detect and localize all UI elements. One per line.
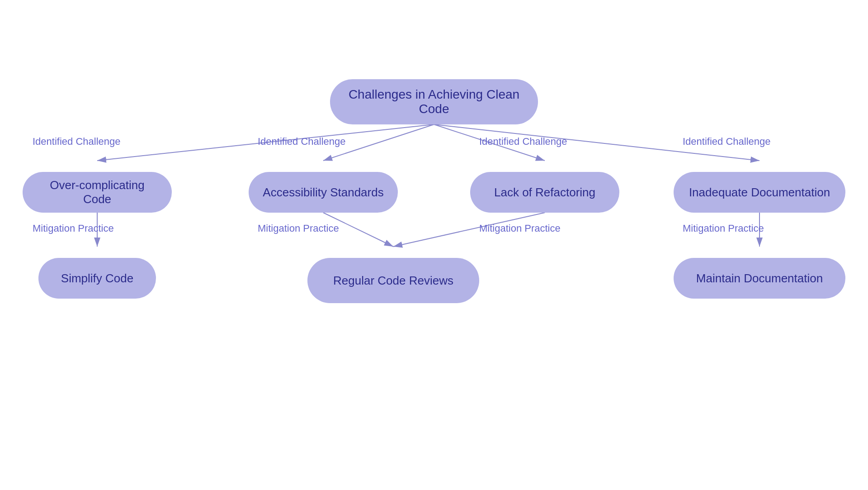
- challenge-node-3: Lack of Refactoring: [470, 172, 619, 213]
- edge-label-ic-1: Identified Challenge: [33, 136, 120, 147]
- challenge-node-4-label: Inadequate Documentation: [689, 186, 830, 200]
- challenge-node-2: Accessibility Standards: [249, 172, 398, 213]
- edge-label-ic-2: Identified Challenge: [258, 136, 345, 147]
- challenge-node-1-label: Over-complicating Code: [36, 178, 158, 206]
- challenge-node-1: Over-complicating Code: [23, 172, 172, 213]
- edge-label-mp-4: Mitigation Practice: [683, 223, 764, 234]
- edge-label-mp-2: Mitigation Practice: [258, 223, 339, 234]
- edge-label-ic-3: Identified Challenge: [479, 136, 567, 147]
- challenge-node-2-label: Accessibility Standards: [263, 186, 383, 200]
- root-node: Challenges in Achieving Clean Code: [330, 79, 538, 124]
- diagram-container: Challenges in Achieving Clean Code Ident…: [0, 0, 868, 490]
- challenge-node-4: Inadequate Documentation: [674, 172, 845, 213]
- edge-label-mp-3: Mitigation Practice: [479, 223, 561, 234]
- root-node-label: Challenges in Achieving Clean Code: [344, 87, 524, 116]
- edge-label-mp-1: Mitigation Practice: [33, 223, 114, 234]
- mitigation-node-1-label: Simplify Code: [61, 271, 133, 285]
- mitigation-node-2: Regular Code Reviews: [307, 258, 479, 303]
- mitigation-node-1: Simplify Code: [38, 258, 156, 299]
- edge-label-ic-4: Identified Challenge: [683, 136, 770, 147]
- mitigation-node-3-label: Maintain Documentation: [696, 271, 823, 285]
- challenge-node-3-label: Lack of Refactoring: [494, 186, 595, 200]
- mitigation-node-3: Maintain Documentation: [674, 258, 845, 299]
- mitigation-node-2-label: Regular Code Reviews: [333, 274, 453, 288]
- connections-svg: [0, 0, 868, 490]
